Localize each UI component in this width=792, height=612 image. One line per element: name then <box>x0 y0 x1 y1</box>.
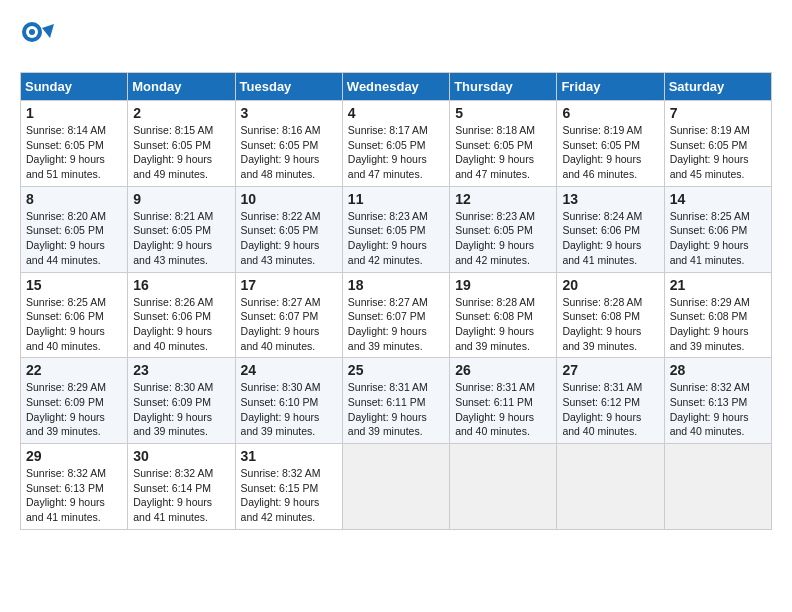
calendar-week-2: 8 Sunrise: 8:20 AM Sunset: 6:05 PM Dayli… <box>21 186 772 272</box>
day-info: Sunrise: 8:17 AM Sunset: 6:05 PM Dayligh… <box>348 123 444 182</box>
day-info: Sunrise: 8:30 AM Sunset: 6:10 PM Dayligh… <box>241 380 337 439</box>
calendar-cell: 31 Sunrise: 8:32 AM Sunset: 6:15 PM Dayl… <box>235 444 342 530</box>
day-number: 10 <box>241 191 337 207</box>
day-info: Sunrise: 8:20 AM Sunset: 6:05 PM Dayligh… <box>26 209 122 268</box>
day-number: 4 <box>348 105 444 121</box>
day-number: 27 <box>562 362 658 378</box>
day-header-wednesday: Wednesday <box>342 73 449 101</box>
day-number: 17 <box>241 277 337 293</box>
calendar-cell: 30 Sunrise: 8:32 AM Sunset: 6:14 PM Dayl… <box>128 444 235 530</box>
calendar-cell: 3 Sunrise: 8:16 AM Sunset: 6:05 PM Dayli… <box>235 101 342 187</box>
day-number: 21 <box>670 277 766 293</box>
day-info: Sunrise: 8:32 AM Sunset: 6:13 PM Dayligh… <box>670 380 766 439</box>
calendar-cell: 17 Sunrise: 8:27 AM Sunset: 6:07 PM Dayl… <box>235 272 342 358</box>
calendar-cell: 22 Sunrise: 8:29 AM Sunset: 6:09 PM Dayl… <box>21 358 128 444</box>
day-number: 9 <box>133 191 229 207</box>
calendar-cell: 1 Sunrise: 8:14 AM Sunset: 6:05 PM Dayli… <box>21 101 128 187</box>
header <box>20 20 772 56</box>
calendar-cell: 9 Sunrise: 8:21 AM Sunset: 6:05 PM Dayli… <box>128 186 235 272</box>
calendar-cell <box>450 444 557 530</box>
day-info: Sunrise: 8:23 AM Sunset: 6:05 PM Dayligh… <box>348 209 444 268</box>
calendar-header-row: SundayMondayTuesdayWednesdayThursdayFrid… <box>21 73 772 101</box>
calendar-cell <box>342 444 449 530</box>
day-number: 15 <box>26 277 122 293</box>
day-number: 16 <box>133 277 229 293</box>
day-number: 8 <box>26 191 122 207</box>
calendar-cell: 8 Sunrise: 8:20 AM Sunset: 6:05 PM Dayli… <box>21 186 128 272</box>
calendar-cell: 24 Sunrise: 8:30 AM Sunset: 6:10 PM Dayl… <box>235 358 342 444</box>
calendar-cell: 29 Sunrise: 8:32 AM Sunset: 6:13 PM Dayl… <box>21 444 128 530</box>
day-info: Sunrise: 8:29 AM Sunset: 6:09 PM Dayligh… <box>26 380 122 439</box>
day-number: 18 <box>348 277 444 293</box>
day-number: 13 <box>562 191 658 207</box>
day-header-thursday: Thursday <box>450 73 557 101</box>
calendar-cell <box>664 444 771 530</box>
calendar-week-5: 29 Sunrise: 8:32 AM Sunset: 6:13 PM Dayl… <box>21 444 772 530</box>
day-info: Sunrise: 8:21 AM Sunset: 6:05 PM Dayligh… <box>133 209 229 268</box>
calendar-week-3: 15 Sunrise: 8:25 AM Sunset: 6:06 PM Dayl… <box>21 272 772 358</box>
day-header-friday: Friday <box>557 73 664 101</box>
calendar-cell: 26 Sunrise: 8:31 AM Sunset: 6:11 PM Dayl… <box>450 358 557 444</box>
day-info: Sunrise: 8:32 AM Sunset: 6:14 PM Dayligh… <box>133 466 229 525</box>
day-info: Sunrise: 8:31 AM Sunset: 6:12 PM Dayligh… <box>562 380 658 439</box>
day-number: 20 <box>562 277 658 293</box>
day-number: 7 <box>670 105 766 121</box>
calendar-cell: 10 Sunrise: 8:22 AM Sunset: 6:05 PM Dayl… <box>235 186 342 272</box>
calendar-cell: 16 Sunrise: 8:26 AM Sunset: 6:06 PM Dayl… <box>128 272 235 358</box>
day-number: 14 <box>670 191 766 207</box>
day-header-sunday: Sunday <box>21 73 128 101</box>
day-info: Sunrise: 8:30 AM Sunset: 6:09 PM Dayligh… <box>133 380 229 439</box>
day-info: Sunrise: 8:19 AM Sunset: 6:05 PM Dayligh… <box>670 123 766 182</box>
day-number: 6 <box>562 105 658 121</box>
day-info: Sunrise: 8:31 AM Sunset: 6:11 PM Dayligh… <box>348 380 444 439</box>
day-header-monday: Monday <box>128 73 235 101</box>
calendar-cell: 28 Sunrise: 8:32 AM Sunset: 6:13 PM Dayl… <box>664 358 771 444</box>
calendar-cell: 20 Sunrise: 8:28 AM Sunset: 6:08 PM Dayl… <box>557 272 664 358</box>
calendar-cell: 18 Sunrise: 8:27 AM Sunset: 6:07 PM Dayl… <box>342 272 449 358</box>
calendar-cell: 25 Sunrise: 8:31 AM Sunset: 6:11 PM Dayl… <box>342 358 449 444</box>
calendar-cell: 11 Sunrise: 8:23 AM Sunset: 6:05 PM Dayl… <box>342 186 449 272</box>
calendar-cell: 12 Sunrise: 8:23 AM Sunset: 6:05 PM Dayl… <box>450 186 557 272</box>
day-number: 23 <box>133 362 229 378</box>
day-info: Sunrise: 8:23 AM Sunset: 6:05 PM Dayligh… <box>455 209 551 268</box>
day-number: 24 <box>241 362 337 378</box>
day-info: Sunrise: 8:18 AM Sunset: 6:05 PM Dayligh… <box>455 123 551 182</box>
day-header-saturday: Saturday <box>664 73 771 101</box>
day-info: Sunrise: 8:32 AM Sunset: 6:13 PM Dayligh… <box>26 466 122 525</box>
day-info: Sunrise: 8:27 AM Sunset: 6:07 PM Dayligh… <box>241 295 337 354</box>
day-number: 30 <box>133 448 229 464</box>
day-info: Sunrise: 8:25 AM Sunset: 6:06 PM Dayligh… <box>26 295 122 354</box>
calendar-cell: 21 Sunrise: 8:29 AM Sunset: 6:08 PM Dayl… <box>664 272 771 358</box>
day-number: 12 <box>455 191 551 207</box>
day-info: Sunrise: 8:27 AM Sunset: 6:07 PM Dayligh… <box>348 295 444 354</box>
calendar-cell: 14 Sunrise: 8:25 AM Sunset: 6:06 PM Dayl… <box>664 186 771 272</box>
calendar-cell: 19 Sunrise: 8:28 AM Sunset: 6:08 PM Dayl… <box>450 272 557 358</box>
day-info: Sunrise: 8:32 AM Sunset: 6:15 PM Dayligh… <box>241 466 337 525</box>
day-number: 2 <box>133 105 229 121</box>
calendar-cell: 7 Sunrise: 8:19 AM Sunset: 6:05 PM Dayli… <box>664 101 771 187</box>
calendar-cell: 5 Sunrise: 8:18 AM Sunset: 6:05 PM Dayli… <box>450 101 557 187</box>
day-info: Sunrise: 8:24 AM Sunset: 6:06 PM Dayligh… <box>562 209 658 268</box>
day-number: 5 <box>455 105 551 121</box>
day-number: 29 <box>26 448 122 464</box>
day-number: 19 <box>455 277 551 293</box>
day-info: Sunrise: 8:29 AM Sunset: 6:08 PM Dayligh… <box>670 295 766 354</box>
day-info: Sunrise: 8:25 AM Sunset: 6:06 PM Dayligh… <box>670 209 766 268</box>
day-info: Sunrise: 8:26 AM Sunset: 6:06 PM Dayligh… <box>133 295 229 354</box>
day-number: 3 <box>241 105 337 121</box>
day-number: 11 <box>348 191 444 207</box>
day-info: Sunrise: 8:19 AM Sunset: 6:05 PM Dayligh… <box>562 123 658 182</box>
day-info: Sunrise: 8:14 AM Sunset: 6:05 PM Dayligh… <box>26 123 122 182</box>
day-header-tuesday: Tuesday <box>235 73 342 101</box>
day-info: Sunrise: 8:16 AM Sunset: 6:05 PM Dayligh… <box>241 123 337 182</box>
svg-point-2 <box>29 29 35 35</box>
day-number: 31 <box>241 448 337 464</box>
calendar: SundayMondayTuesdayWednesdayThursdayFrid… <box>20 72 772 530</box>
day-info: Sunrise: 8:22 AM Sunset: 6:05 PM Dayligh… <box>241 209 337 268</box>
calendar-cell: 4 Sunrise: 8:17 AM Sunset: 6:05 PM Dayli… <box>342 101 449 187</box>
calendar-cell <box>557 444 664 530</box>
logo-icon <box>20 20 56 56</box>
calendar-cell: 23 Sunrise: 8:30 AM Sunset: 6:09 PM Dayl… <box>128 358 235 444</box>
day-info: Sunrise: 8:15 AM Sunset: 6:05 PM Dayligh… <box>133 123 229 182</box>
day-number: 26 <box>455 362 551 378</box>
